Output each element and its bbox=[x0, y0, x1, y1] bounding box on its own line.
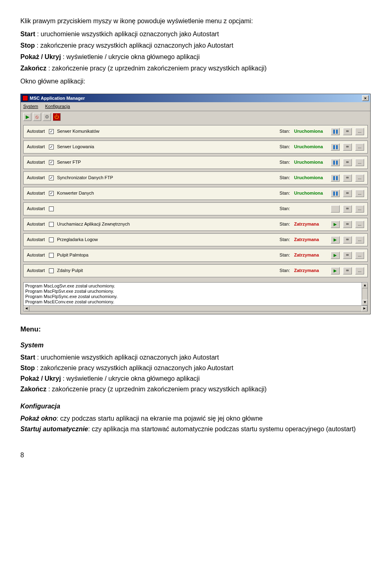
close-icon[interactable]: × bbox=[362, 95, 369, 101]
more-button[interactable]: ... bbox=[355, 221, 364, 228]
autostart-label: Autostart bbox=[27, 174, 45, 181]
play-button[interactable]: ▶ bbox=[331, 221, 340, 228]
status-text: Uruchomiona bbox=[294, 159, 327, 166]
autostart-checkbox[interactable]: ✓ bbox=[49, 145, 54, 149]
scroll-left-icon[interactable]: ◄ bbox=[24, 306, 29, 312]
toolbar-stop-icon[interactable]: ⦸ bbox=[33, 113, 41, 121]
system-label-zakoncz: Zakończ bbox=[20, 386, 46, 393]
scroll-down-icon[interactable]: ▼ bbox=[362, 300, 368, 305]
service-row: Autostart✓Konwerter DanychStan:Uruchomio… bbox=[23, 187, 368, 200]
pause-button[interactable]: ❚❚ bbox=[331, 190, 340, 197]
stan-label: Stan: bbox=[279, 205, 290, 212]
link-button[interactable]: ∞ bbox=[343, 159, 352, 166]
more-button[interactable]: ... bbox=[355, 159, 364, 166]
more-button[interactable]: ... bbox=[355, 205, 364, 213]
system-text-zakoncz: : zakończenie pracy (z uprzednim zakończ… bbox=[46, 386, 267, 393]
log-panel: Program MscLogSvr.exe został uruchomiony… bbox=[23, 282, 368, 312]
log-line: Program MscLogSvr.exe został uruchomiony… bbox=[25, 283, 366, 289]
system-label-start: Start bbox=[20, 354, 35, 361]
window-title: MSC Application Manager bbox=[30, 95, 362, 102]
more-button[interactable]: ... bbox=[355, 252, 364, 259]
link-button[interactable]: ∞ bbox=[343, 236, 352, 244]
log-line: Program MscFtpSvr.exe został uruchomiony… bbox=[25, 289, 366, 294]
autostart-checkbox[interactable] bbox=[49, 253, 54, 258]
system-label-stop: Stop bbox=[20, 364, 35, 371]
intro-text-zakoncz: : zakończenie pracy (z uprzednim zakończ… bbox=[46, 65, 267, 72]
more-button[interactable]: ... bbox=[355, 267, 364, 274]
link-button[interactable]: ∞ bbox=[343, 267, 352, 274]
pause-button[interactable]: ❚❚ bbox=[331, 128, 340, 135]
intro-main-window-label: Okno główne aplikacji: bbox=[20, 77, 371, 86]
more-button[interactable]: ... bbox=[355, 143, 364, 151]
vertical-scrollbar[interactable]: ▲ ▼ bbox=[362, 283, 367, 306]
autostart-checkbox[interactable] bbox=[49, 206, 54, 211]
service-row: Autostart✓Serwer KomunikatówStan:Uruchom… bbox=[23, 125, 368, 138]
konfiguracja-item-pokaz-okno: Pokaż okno: czy podczas startu aplikacji… bbox=[20, 414, 371, 423]
intro-text-start: : uruchomienie wszystkich aplikacji ozna… bbox=[35, 31, 219, 37]
service-list: Autostart✓Serwer KomunikatówStan:Uruchom… bbox=[21, 125, 370, 280]
scroll-up-icon[interactable]: ▲ bbox=[362, 283, 368, 288]
pause-button[interactable]: ❚❚ bbox=[331, 159, 340, 166]
intro-label-pokaz: Pokaż / Ukryj bbox=[20, 53, 61, 60]
link-button[interactable]: ∞ bbox=[343, 143, 352, 151]
autostart-checkbox[interactable] bbox=[49, 222, 54, 227]
autostart-checkbox[interactable]: ✓ bbox=[49, 176, 54, 180]
service-name: Serwer Logowania bbox=[57, 143, 276, 150]
status-text: Uruchomiona bbox=[294, 128, 327, 135]
autostart-checkbox[interactable]: ✓ bbox=[49, 191, 54, 196]
autostart-checkbox[interactable]: ✓ bbox=[49, 129, 54, 134]
toolbar-gear-icon[interactable]: ⚙ bbox=[43, 113, 51, 121]
autostart-label: Autostart bbox=[27, 143, 45, 150]
more-button[interactable]: ... bbox=[355, 128, 364, 135]
play-button[interactable]: ▶ bbox=[331, 267, 340, 274]
link-button[interactable]: ∞ bbox=[343, 128, 352, 135]
scroll-right-icon[interactable]: ► bbox=[362, 306, 367, 312]
system-item-pokaz: Pokaż / Ukryj : wyświetlenie / ukrycie o… bbox=[20, 374, 371, 384]
autostart-checkbox[interactable]: ✓ bbox=[49, 160, 54, 165]
stan-label: Stan: bbox=[279, 174, 290, 181]
status-text: Zatrzymana bbox=[294, 236, 327, 243]
service-row: AutostartUruchamiacz Aplikacji Zewnętrzn… bbox=[23, 218, 368, 231]
konfiguracja-subheading: Konfiguracja bbox=[20, 402, 371, 411]
horizontal-scrollbar[interactable]: ◄ ► bbox=[24, 305, 367, 311]
autostart-checkbox[interactable] bbox=[49, 237, 54, 242]
system-text-pokaz: : wyświetlenie / ukrycie okna głównego a… bbox=[61, 375, 200, 382]
autostart-label: Autostart bbox=[27, 128, 45, 135]
link-button[interactable]: ∞ bbox=[343, 174, 352, 182]
autostart-checkbox[interactable] bbox=[49, 268, 54, 273]
menu-system[interactable]: System bbox=[23, 104, 38, 109]
link-button[interactable]: ∞ bbox=[343, 190, 352, 197]
play-button[interactable]: ▶ bbox=[331, 236, 340, 244]
intro-item-pokaz: Pokaż / Ukryj : wyświetlenie / ukrycie o… bbox=[20, 52, 371, 62]
pause-button[interactable]: ❚❚ bbox=[331, 174, 340, 182]
link-button[interactable]: ∞ bbox=[343, 221, 352, 228]
konfiguracja-item-startuj: Startuj automatycznie: czy aplikacja ma … bbox=[20, 424, 371, 434]
status-text: Zatrzymana bbox=[294, 267, 327, 274]
more-button[interactable]: ... bbox=[355, 190, 364, 197]
intro-label-start: Start bbox=[20, 31, 35, 37]
more-button[interactable]: ... bbox=[355, 174, 364, 182]
status-text: Uruchomiona bbox=[294, 190, 327, 197]
intro-text-pokaz: : wyświetlenie / ukrycie okna głównego a… bbox=[61, 53, 200, 60]
more-button[interactable]: ... bbox=[355, 236, 364, 244]
menu-konfiguracja[interactable]: Konfiguracja bbox=[45, 104, 70, 109]
autostart-label: Autostart bbox=[27, 221, 45, 228]
play-button[interactable]: ▶ bbox=[331, 252, 340, 259]
service-row: Autostart✓Serwer FTPStan:Uruchomiona❚❚∞.… bbox=[23, 156, 368, 169]
app-window: MSC Application Manager × System Konfigu… bbox=[20, 94, 371, 314]
konfiguracja-label-pokaz-okno: Pokaż okno bbox=[20, 415, 57, 422]
toolbar: ▶ ⦸ ⚙ ⏻ bbox=[21, 111, 370, 123]
toolbar-play-icon[interactable]: ▶ bbox=[23, 113, 31, 121]
stan-label: Stan: bbox=[279, 221, 290, 228]
link-button[interactable]: ∞ bbox=[343, 252, 352, 259]
service-name: Przegladarka Logow bbox=[57, 236, 276, 243]
log-line: Program MscEConv.exe został uruchomiony. bbox=[25, 299, 366, 305]
toolbar-power-icon[interactable]: ⏻ bbox=[53, 113, 61, 121]
service-name: Uruchamiacz Aplikacji Zewnętrznych bbox=[57, 221, 276, 228]
intro-lead: Klik prawym przyciskiem myszy w ikonę po… bbox=[20, 16, 371, 26]
pause-button[interactable]: ❚❚ bbox=[331, 143, 340, 151]
link-button[interactable]: ∞ bbox=[343, 205, 352, 213]
log-text: Program MscLogSvr.exe został uruchomiony… bbox=[24, 283, 367, 306]
system-subheading: System bbox=[20, 340, 371, 350]
stan-label: Stan: bbox=[279, 128, 290, 135]
